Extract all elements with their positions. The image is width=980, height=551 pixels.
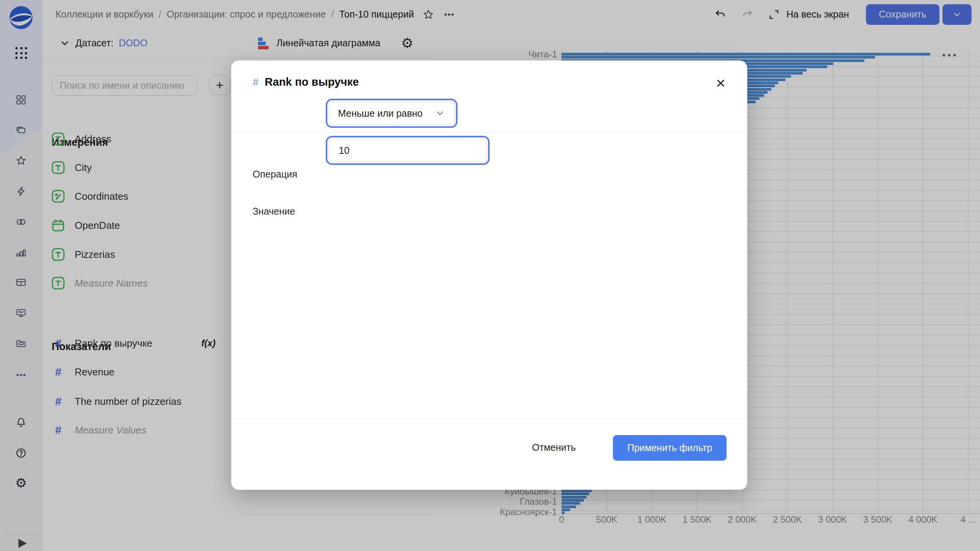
number-type-icon: # <box>253 76 259 88</box>
value-input-box <box>328 139 487 162</box>
operation-label: Операция <box>253 169 297 180</box>
operation-select-focus-ring: Меньше или равно <box>326 99 457 128</box>
filter-dialog-title: Rank по выручке <box>265 76 359 88</box>
cancel-button[interactable]: Отменить <box>530 442 578 453</box>
datalens-wizard-page: ⚙ Коллекции и воркбуки / Организации: сп… <box>0 0 980 551</box>
value-label: Значение <box>253 206 295 217</box>
operation-select[interactable]: Меньше или равно <box>328 101 455 125</box>
chevron-down-icon <box>434 108 445 119</box>
operation-select-value: Меньше или равно <box>338 108 423 119</box>
filter-dialog: # Rank по выручке ✕ Операция Меньше или … <box>231 60 747 490</box>
form-row-divider <box>231 132 747 132</box>
apply-filter-button[interactable]: Применить фильтр <box>613 435 727 461</box>
filter-dialog-footer: Отменить Применить фильтр <box>231 419 747 490</box>
value-input[interactable] <box>338 145 477 156</box>
value-input-focus-ring <box>326 136 490 165</box>
filter-dialog-header: # Rank по выручке <box>253 76 359 88</box>
close-icon[interactable]: ✕ <box>714 76 727 91</box>
